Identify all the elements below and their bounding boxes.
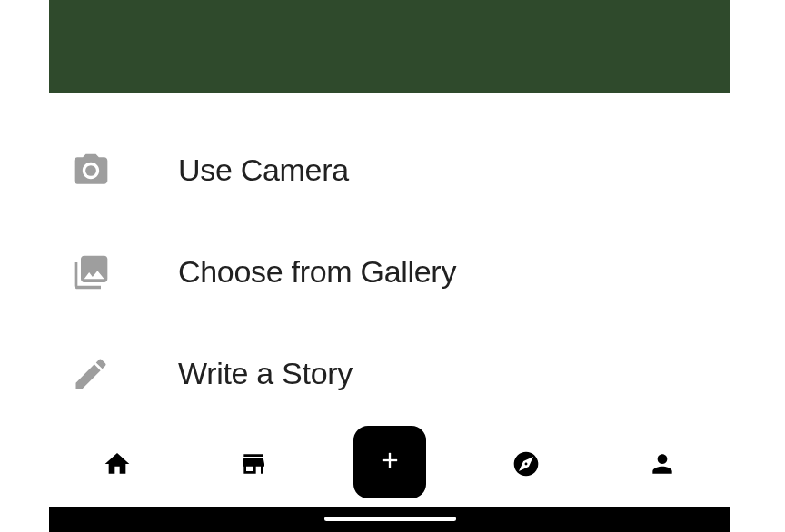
option-choose-gallery[interactable]: Choose from Gallery bbox=[49, 222, 730, 323]
nav-add-wrapper bbox=[322, 425, 458, 507]
options-list: Use Camera Choose from Gallery Write a S… bbox=[49, 93, 730, 425]
add-button[interactable] bbox=[353, 426, 426, 498]
nav-explore[interactable] bbox=[458, 425, 594, 507]
camera-icon bbox=[65, 145, 116, 196]
nav-profile[interactable] bbox=[594, 425, 730, 507]
header-banner bbox=[49, 0, 730, 93]
person-icon bbox=[648, 449, 677, 482]
home-icon bbox=[103, 449, 132, 482]
system-nav-handle[interactable] bbox=[324, 517, 456, 521]
option-label: Use Camera bbox=[178, 153, 349, 188]
pencil-icon bbox=[65, 349, 116, 399]
nav-home[interactable] bbox=[49, 425, 185, 507]
nav-store[interactable] bbox=[185, 425, 322, 507]
store-icon bbox=[239, 449, 268, 482]
bottom-nav bbox=[49, 425, 730, 507]
option-label: Write a Story bbox=[178, 356, 353, 391]
plus-icon bbox=[377, 448, 402, 477]
app-container: Use Camera Choose from Gallery Write a S… bbox=[49, 0, 730, 532]
system-nav-bar bbox=[49, 507, 730, 532]
option-use-camera[interactable]: Use Camera bbox=[49, 120, 730, 222]
option-label: Choose from Gallery bbox=[178, 254, 456, 290]
svg-point-0 bbox=[85, 165, 96, 176]
gallery-icon bbox=[65, 247, 116, 298]
option-write-story[interactable]: Write a Story bbox=[49, 323, 730, 425]
compass-icon bbox=[512, 449, 541, 482]
